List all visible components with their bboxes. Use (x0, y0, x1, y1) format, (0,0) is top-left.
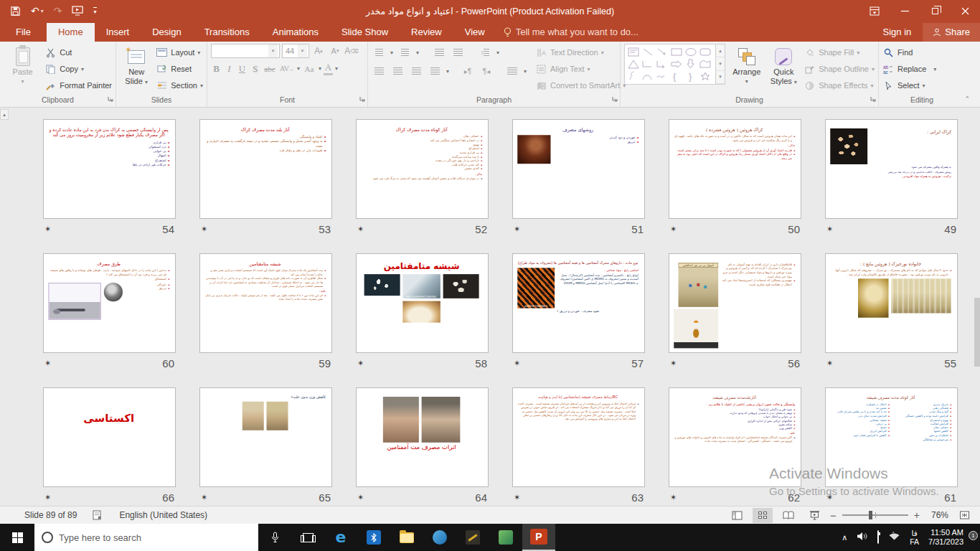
tab-insert[interactable]: Insert (95, 23, 141, 42)
cut-button[interactable]: Cut (44, 45, 112, 60)
slide-thumbnail-54[interactable]: پس از وابستگی جسمی به کراک بدن فرد به ای… (43, 119, 176, 219)
font-dialog-launcher-icon[interactable] (359, 94, 365, 105)
shapes-scroll-down-icon[interactable]: ▾ (716, 57, 725, 70)
slide-thumbnail-59[interactable]: شیشه متامفتامین◄مت آمفتامین یک ماده محرک… (199, 253, 332, 353)
drawing-dialog-launcher-icon[interactable] (870, 94, 876, 105)
clock[interactable]: 11:50 AM 7/31/2023 (928, 528, 963, 547)
reset-button[interactable]: Reset (156, 62, 203, 76)
zoom-in-button[interactable]: + (914, 509, 920, 521)
shapes-gallery[interactable]: {} (624, 44, 716, 85)
select-button[interactable]: Select▾ (882, 78, 936, 93)
undo-icon[interactable]: ↶▾ (31, 5, 44, 17)
slide-thumbnail-66[interactable]: اکستاسی (43, 387, 176, 487)
slide-thumbnail-51[interactable]: روشهای مصرف◄خوردن و دود کردن◄تزریق (512, 119, 645, 219)
task-view-button[interactable] (291, 524, 324, 551)
format-painter-button[interactable]: Format Painter (44, 78, 112, 93)
ribbon-display-options-icon[interactable] (859, 0, 890, 22)
animation-star-icon: ✶ (826, 493, 833, 502)
slide-thumbnail-49[interactable]: کراک ایرانی :به همراه وافور مصرف می شودر… (825, 119, 958, 219)
replace-button[interactable]: abac Replace▾ (882, 62, 936, 76)
slide-media-row (361, 397, 482, 443)
zoom-level[interactable]: 76% (925, 510, 948, 520)
tab-file[interactable]: File (0, 23, 47, 42)
bullet-marker-icon: ◄ (793, 436, 795, 439)
find-button[interactable]: Find (882, 45, 936, 60)
bullet-marker-icon: ◄ (481, 152, 482, 155)
image-label: آمپول بی بی نور انجکشن (678, 263, 718, 268)
slide-thumbnail-60[interactable]: طرق مصرف◄تدخین ( این ماده را در داخل لام… (43, 253, 176, 353)
section-button[interactable]: Section▾ (156, 78, 203, 93)
language-switcher[interactable]: فا FA (910, 529, 919, 546)
layout-button[interactable]: Layout▾ (156, 45, 203, 60)
paragraph-dialog-launcher-icon[interactable] (612, 94, 618, 105)
slide-thumbnail-56[interactable]: ◄قاچاقچیان دارو در ایران اقدام به تهیه آ… (669, 253, 801, 353)
taskbar-app-3-button[interactable] (489, 524, 522, 551)
taskbar-search-box[interactable] (34, 524, 258, 551)
tab-review[interactable]: Review (400, 23, 453, 42)
dictation-button[interactable] (258, 524, 291, 551)
tab-animations[interactable]: Animations (261, 23, 330, 42)
slide-thumbnail-62[interactable]: آثاربلندمدت مصرف شیشهوابستگی و حالت جنون… (669, 387, 801, 487)
customize-qat-icon[interactable]: ▾ (93, 7, 96, 15)
normal-view-button[interactable] (727, 508, 747, 523)
taskbar-powerpoint-button[interactable]: P (522, 524, 555, 551)
shapes-more-icon[interactable]: ▾ (716, 71, 725, 84)
slide-thumbnail-52[interactable]: آثار کوتاه مدت مصرف کراک◄خشکی دهان◄در اع… (356, 119, 489, 219)
taskbar-edge-button[interactable]: e (324, 524, 357, 551)
search-input[interactable] (59, 532, 224, 543)
bullet-marker-icon: ◄ (168, 154, 169, 157)
new-slide-button[interactable]: New Slide ▾ (120, 44, 153, 87)
slide-thumbnail-55[interactable]: خانواده نورجیزک ( هروئین مایع ) :◄حدود ۴… (825, 253, 958, 353)
language-indicator[interactable]: English (United States) (119, 510, 207, 520)
taskbar-bluetooth-button[interactable] (357, 524, 390, 551)
zoom-out-button[interactable]: − (830, 509, 837, 522)
collapse-ribbon-icon[interactable]: ⌃ (964, 95, 970, 103)
tab-transitions[interactable]: Transitions (193, 23, 261, 42)
tab-slide-show[interactable]: Slide Show (330, 23, 400, 42)
drawing-group-label: Drawing (621, 95, 878, 107)
minimize-button[interactable] (890, 0, 920, 22)
spellcheck-icon[interactable] (93, 510, 103, 520)
clipboard-dialog-launcher-icon[interactable] (108, 94, 113, 105)
scrollbar-up-icon[interactable]: ▴ (0, 109, 9, 120)
restore-button[interactable] (920, 0, 950, 22)
font-group-label: Font (207, 95, 367, 107)
zoom-slider[interactable] (842, 514, 908, 516)
slide-thumbnail-53[interactable]: آثار بلند مدت مصرف کراک◄اعتیاد و وابستگی… (199, 119, 332, 219)
shapes-scroll-up-icon[interactable]: ▴ (716, 44, 725, 57)
slide-thumbnail-61[interactable]: آثار کوتاه مدت مصرف شیشه◄تحریک پذیری◄قشن… (825, 387, 958, 487)
taskbar-file-explorer-button[interactable] (390, 524, 423, 551)
slide-thumbnail-58[interactable]: شیشه متامفتامینMETHAMPHETAMINE (356, 253, 489, 353)
start-slideshow-icon[interactable] (72, 6, 83, 16)
taskbar-app-2-button[interactable] (456, 524, 489, 551)
tab-view[interactable]: View (453, 23, 496, 42)
tab-home[interactable]: Home (47, 23, 95, 42)
save-icon[interactable] (10, 6, 21, 17)
battery-icon[interactable] (877, 531, 879, 544)
slide-thumbnail-50[interactable]: کراک هروئین ( هروئین فشرده )◄این ماده هم… (669, 119, 801, 219)
copy-button[interactable]: Copy▾ (44, 62, 112, 76)
tab-design[interactable]: Design (141, 23, 192, 42)
quick-styles-button[interactable]: Quick Styles ▾ (768, 44, 799, 87)
share-button[interactable]: Share (923, 23, 980, 42)
close-button[interactable] (950, 0, 980, 22)
slide-sorter-view-button[interactable] (753, 508, 773, 523)
taskbar-app-1-button[interactable] (423, 524, 456, 551)
slide-show-view-button[interactable] (804, 508, 824, 523)
slide-thumbnail-65[interactable]: کاهش وزن بدون علت• (199, 387, 332, 487)
slide-thumbnail-64[interactable]: اثرات مصرف مت آمفتامین (356, 387, 489, 487)
arrange-button[interactable]: Arrange▾ (728, 44, 765, 86)
start-button[interactable] (0, 524, 34, 551)
tell-me-box[interactable]: Tell me what you want to do... (496, 23, 646, 42)
slide-thumbnail-57[interactable]: نوع ماده : داروهای محرک آمفتامین ها و شب… (512, 253, 645, 353)
volume-icon[interactable] (857, 531, 868, 544)
tray-chevron-icon[interactable]: ∧ (842, 533, 847, 542)
media-side-text: کراک ایرانی : (870, 128, 951, 136)
sign-in-link[interactable]: Sign in (875, 23, 920, 42)
fit-slide-to-window-button[interactable] (954, 508, 974, 523)
bullet-marker-icon: ◄ (168, 270, 169, 273)
slide-thumbnail-63[interactable]: BCارتباط مصرف شیشه (متامفتامین )با ایدز … (512, 387, 645, 487)
reading-view-button[interactable] (778, 508, 798, 523)
wifi-icon[interactable]: * (888, 531, 900, 544)
vertical-scrollbar-thumb[interactable] (974, 298, 980, 367)
